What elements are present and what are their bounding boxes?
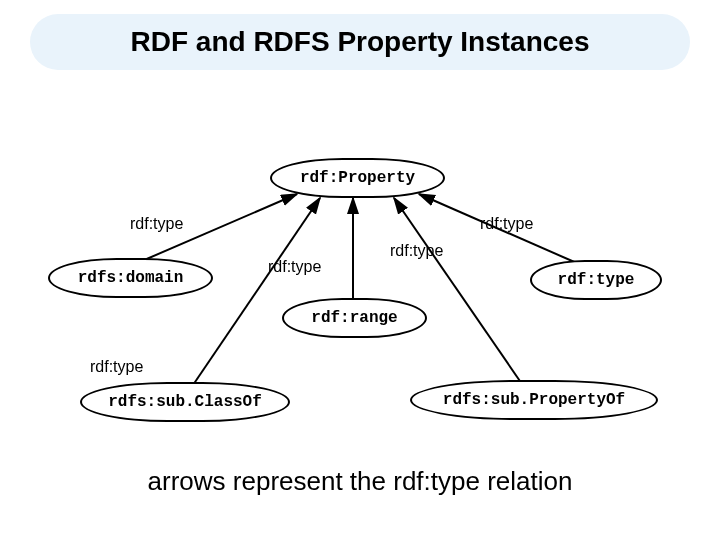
node-rdf-range: rdf:range xyxy=(282,298,427,338)
svg-line-3 xyxy=(193,198,320,385)
edge-label-range: rdf:type xyxy=(268,258,321,276)
edge-label-subprop: rdf:type xyxy=(390,242,443,260)
node-rdfs-domain: rdfs:domain xyxy=(48,258,213,298)
edge-label-domain: rdf:type xyxy=(130,215,183,233)
slide-caption: arrows represent the rdf:type relation xyxy=(0,466,720,497)
node-rdf-property: rdf:Property xyxy=(270,158,445,198)
node-rdf-type: rdf:type xyxy=(530,260,662,300)
node-rdfs-subclassof: rdfs:sub.ClassOf xyxy=(80,382,290,422)
slide-title: RDF and RDFS Property Instances xyxy=(30,14,690,70)
edge-label-subclass: rdf:type xyxy=(90,358,143,376)
edge-label-rdftype: rdf:type xyxy=(480,215,533,233)
node-rdfs-subpropertyof: rdfs:sub.PropertyOf xyxy=(410,380,658,420)
